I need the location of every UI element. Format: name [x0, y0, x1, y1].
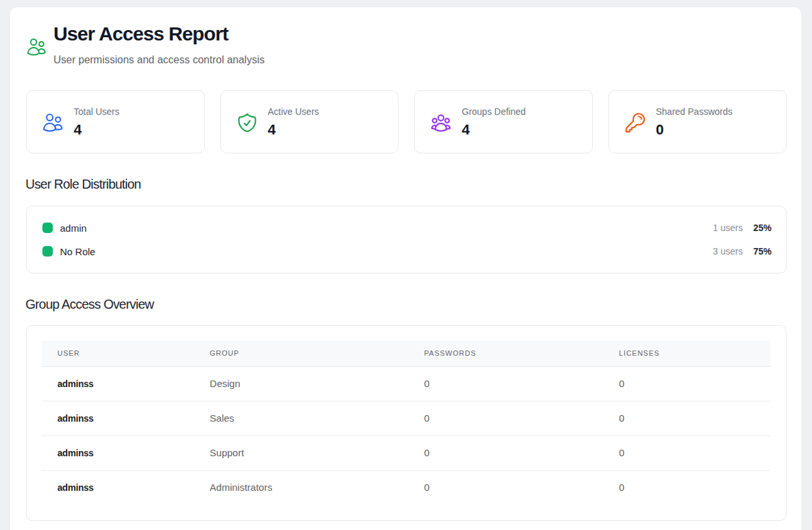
cell-passwords: 0: [408, 471, 603, 505]
shield-check-icon: [236, 112, 258, 134]
column-header-user: USER: [42, 341, 194, 367]
users-icon: [42, 112, 64, 134]
page-title: User Access Report: [53, 22, 265, 46]
cell-user: adminss: [42, 401, 194, 436]
report-container: User Access Report User permissions and …: [9, 7, 802, 530]
stat-text: Total Users 4: [74, 106, 119, 138]
role-name: admin: [60, 223, 87, 234]
key-icon: [624, 112, 646, 134]
stat-label: Shared Passwords: [656, 106, 733, 117]
group-access-table-card: USER GROUP PASSWORDS LICENSES adminss De…: [26, 325, 787, 521]
stat-card-active-users: Active Users 4: [220, 90, 399, 153]
stat-text: Shared Passwords 0: [656, 106, 733, 138]
stat-card-groups-defined: Groups Defined 4: [414, 90, 593, 153]
table-row: adminss Administrators 0 0: [42, 471, 770, 505]
stat-value: 0: [656, 121, 733, 138]
role-row: No Role 3 users 75%: [42, 240, 772, 263]
group-access-table: USER GROUP PASSWORDS LICENSES adminss De…: [42, 341, 770, 505]
role-user-count: 1 users: [713, 223, 743, 233]
cell-licenses: 0: [603, 367, 770, 401]
cell-passwords: 0: [408, 367, 603, 401]
stat-value: 4: [74, 121, 119, 138]
stat-value: 4: [462, 121, 526, 138]
user-group-icon: [430, 112, 452, 134]
cell-user: adminss: [42, 471, 194, 505]
stat-label: Active Users: [268, 106, 320, 117]
stats-row: Total Users 4 Active Users 4: [26, 90, 787, 153]
role-swatch: [42, 223, 53, 233]
stat-label: Groups Defined: [462, 106, 526, 117]
cell-passwords: 0: [408, 436, 603, 471]
page: User Access Report User permissions and …: [0, 0, 812, 530]
cell-group: Sales: [194, 401, 409, 436]
table-row: adminss Design 0 0: [42, 367, 770, 401]
stat-card-total-users: Total Users 4: [26, 90, 205, 153]
cell-user: adminss: [42, 367, 194, 401]
stat-value: 4: [268, 121, 320, 138]
cell-user: adminss: [42, 436, 194, 471]
users-icon: [26, 37, 47, 57]
role-row: admin 1 users 25%: [42, 216, 772, 240]
table-row: adminss Support 0 0: [42, 436, 770, 471]
role-name: No Role: [60, 246, 95, 257]
table-header-row: USER GROUP PASSWORDS LICENSES: [42, 341, 770, 367]
cell-group: Support: [194, 436, 409, 471]
cell-licenses: 0: [603, 401, 770, 436]
column-header-licenses: LICENSES: [603, 341, 770, 367]
column-header-group: GROUP: [194, 341, 409, 367]
cell-group: Design: [194, 367, 409, 401]
role-percent: 75%: [743, 246, 772, 257]
table-row: adminss Sales 0 0: [42, 401, 770, 436]
role-percent: 25%: [743, 223, 772, 233]
report-header: User Access Report User permissions and …: [26, 22, 787, 67]
section-title-role-distribution: User Role Distribution: [25, 176, 787, 193]
role-swatch: [42, 246, 53, 257]
cell-licenses: 0: [603, 471, 770, 505]
cell-passwords: 0: [408, 401, 603, 436]
cell-group: Administrators: [194, 471, 409, 505]
column-header-passwords: PASSWORDS: [408, 341, 603, 367]
stat-label: Total Users: [74, 106, 119, 117]
page-subtitle: User permissions and access control anal…: [53, 53, 265, 67]
report-header-text: User Access Report User permissions and …: [53, 22, 265, 67]
role-user-count: 3 users: [713, 246, 743, 257]
stat-text: Active Users 4: [268, 106, 320, 138]
stat-card-shared-passwords: Shared Passwords 0: [609, 90, 787, 153]
role-distribution-card: admin 1 users 25% No Role 3 users 75%: [26, 206, 787, 273]
cell-licenses: 0: [603, 436, 770, 471]
stat-text: Groups Defined 4: [462, 106, 526, 138]
section-title-group-access: Group Access Overview: [25, 296, 787, 313]
